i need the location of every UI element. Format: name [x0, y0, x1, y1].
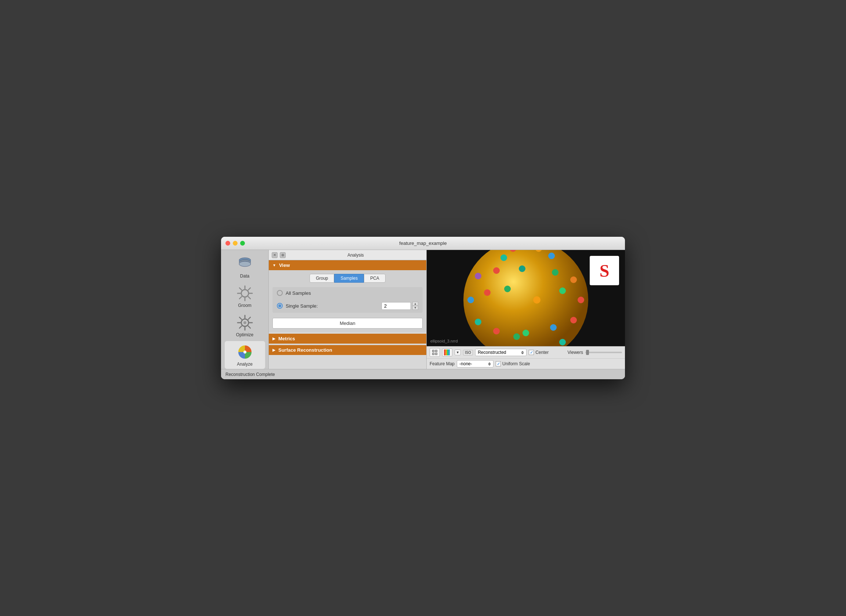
metrics-section-header[interactable]: ▶ Metrics: [269, 334, 426, 343]
uniform-scale-checkbox[interactable]: ✓: [496, 361, 501, 367]
svg-rect-56: [444, 349, 445, 355]
reconstructed-label: Reconstructed: [478, 350, 506, 355]
toolbar-row-1: ▼ ISO Reconstructed ✓ Center: [427, 346, 625, 359]
maximize-button[interactable]: [240, 241, 245, 246]
groom-icon: [236, 285, 254, 302]
fit-view-button[interactable]: [430, 348, 440, 357]
viewer-file-label: ellipsoid_3.nrrd: [430, 339, 458, 343]
svg-rect-58: [447, 349, 448, 355]
feature-map-arrow-icon: [488, 362, 491, 366]
spin-down-button[interactable]: ▼: [412, 306, 418, 310]
center-checkbox-group: ✓ Center: [529, 350, 549, 355]
tab-pca[interactable]: PCA: [364, 274, 386, 283]
svg-line-21: [248, 326, 250, 328]
svg-rect-54: [433, 353, 434, 355]
main-window: feature_map_example Data: [221, 237, 625, 379]
svg-point-32: [493, 267, 500, 274]
svg-point-47: [523, 330, 529, 336]
sidebar-item-analyze[interactable]: Analyze: [225, 341, 265, 369]
median-button[interactable]: Median: [272, 318, 423, 329]
all-samples-label: All Samples: [286, 290, 311, 296]
tab-samples[interactable]: Samples: [334, 274, 364, 283]
radio-group: All Samples Single Sample: ▲ ▼: [272, 287, 423, 313]
data-icon: [236, 255, 254, 273]
sidebar-item-groom[interactable]: Groom: [225, 282, 265, 310]
svg-line-20: [239, 317, 242, 320]
center-check-icon: ✓: [530, 350, 533, 355]
tab-group[interactable]: Group: [310, 274, 334, 283]
color-map-button[interactable]: [442, 348, 452, 356]
svg-point-36: [467, 296, 474, 303]
svg-line-13: [239, 296, 242, 299]
status-text: Reconstruction Complete: [225, 372, 275, 377]
reconstructed-select[interactable]: Reconstructed: [475, 349, 527, 356]
main-content: Data Groom: [221, 250, 625, 369]
surface-reconstruction-header[interactable]: ▶ Surface Reconstruction: [269, 345, 426, 355]
svg-point-29: [501, 254, 507, 261]
metrics-section: ▶ Metrics: [269, 334, 426, 343]
analyze-icon: [236, 343, 254, 361]
all-samples-radio[interactable]: [277, 290, 283, 296]
feature-map-label: Feature Map: [430, 361, 455, 367]
svg-line-11: [248, 296, 250, 299]
slider-thumb: [586, 350, 589, 355]
feature-map-select[interactable]: -none-: [457, 360, 494, 367]
svg-point-15: [244, 321, 247, 324]
viewers-slider[interactable]: [585, 352, 622, 353]
sidebar-item-optimize[interactable]: Optimize: [225, 312, 265, 340]
svg-rect-53: [435, 350, 437, 352]
svg-line-10: [239, 288, 242, 290]
single-sample-label: Single Sample:: [286, 303, 317, 309]
svg-point-41: [533, 296, 540, 304]
minimize-button[interactable]: [233, 241, 238, 246]
metrics-section-title: Metrics: [278, 336, 295, 342]
panel-close-button[interactable]: ✕: [272, 252, 278, 258]
close-button[interactable]: [225, 241, 230, 246]
svg-point-24: [244, 351, 247, 353]
view-section: ▼ View Group Samples PCA All Samples: [269, 260, 426, 332]
spin-up-button[interactable]: ▲: [412, 302, 418, 306]
metrics-arrow-icon: ▶: [272, 337, 275, 341]
svg-point-42: [475, 319, 482, 325]
svg-rect-52: [433, 350, 434, 352]
svg-rect-55: [435, 353, 437, 355]
uniform-scale-check-icon: ✓: [497, 362, 500, 367]
single-sample-radio[interactable]: [277, 303, 283, 309]
svg-line-12: [248, 288, 250, 290]
viewer-canvas[interactable]: S: [427, 250, 625, 346]
svg-point-33: [552, 269, 558, 276]
center-checkbox[interactable]: ✓: [529, 350, 534, 355]
view-section-header[interactable]: ▼ View: [269, 260, 426, 270]
analysis-title-bar: ✕ ⊕ Analysis: [269, 250, 426, 260]
svg-point-51: [559, 339, 566, 345]
svg-point-39: [559, 287, 566, 294]
color-map-dropdown[interactable]: ▼: [455, 349, 461, 355]
sidebar-label-groom: Groom: [238, 303, 251, 308]
svg-point-4: [239, 261, 251, 267]
window-controls: [225, 241, 245, 246]
optimize-icon: [236, 314, 254, 331]
svg-point-45: [550, 324, 557, 331]
tab-bar: Group Samples PCA: [272, 274, 423, 283]
sidebar: Data Groom: [221, 250, 269, 369]
view-arrow-icon: ▼: [272, 263, 276, 267]
svg-point-35: [519, 265, 526, 272]
center-label: Center: [535, 350, 549, 355]
toolbar-row-2: Feature Map -none- ✓ Uniform Scale: [427, 359, 625, 369]
view-section-title: View: [279, 263, 290, 268]
status-bar: Reconstruction Complete: [221, 369, 625, 379]
sidebar-label-optimize: Optimize: [236, 332, 253, 337]
svg-point-40: [577, 296, 584, 303]
sidebar-item-data[interactable]: Data: [225, 253, 265, 281]
panel-title: Analysis: [288, 252, 423, 258]
sphere-svg: [449, 250, 603, 346]
svg-line-22: [248, 317, 250, 320]
panel-menu-button[interactable]: ⊕: [280, 252, 286, 258]
surface-reconstruction-section: ▶ Surface Reconstruction: [269, 345, 426, 355]
svg-point-43: [493, 328, 500, 334]
sample-number-input[interactable]: [382, 302, 411, 310]
sphere-container: [449, 250, 603, 346]
view-section-body: Group Samples PCA All Samples Single Sam…: [269, 270, 426, 332]
uniform-scale-label: Uniform Scale: [502, 361, 530, 367]
svg-point-44: [513, 333, 520, 340]
